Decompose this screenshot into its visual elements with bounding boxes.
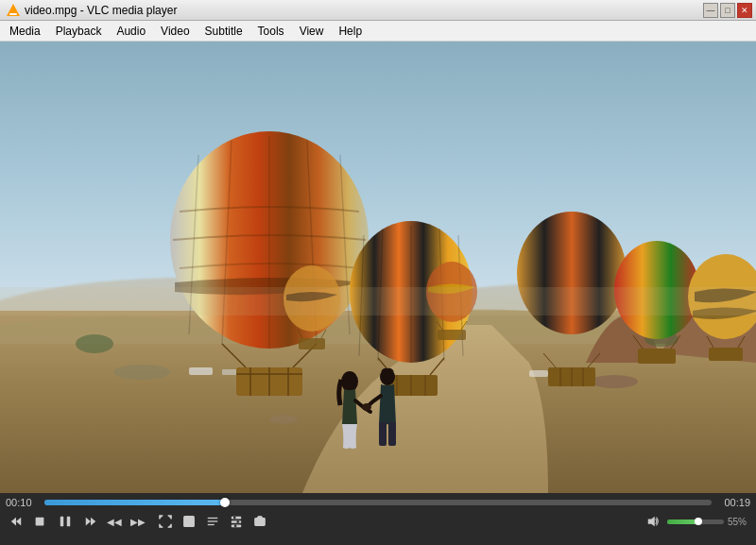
svg-line-20 [340,155,350,334]
close-button[interactable]: ✕ [737,3,752,18]
svg-point-9 [269,415,298,424]
app-icon [6,3,21,18]
svg-rect-65 [379,422,387,446]
buttons-row: ◀◀ ▶▶ [6,512,750,531]
svg-point-8 [591,375,638,388]
next-button[interactable] [80,512,101,531]
volume-track[interactable] [667,519,724,524]
svg-line-29 [359,235,364,356]
svg-rect-73 [67,517,71,527]
svg-point-85 [236,520,239,523]
play-pause-button[interactable] [53,512,77,531]
svg-point-15 [170,131,369,349]
svg-rect-72 [60,517,64,527]
svg-point-40 [517,212,627,334]
svg-line-33 [458,235,463,356]
menu-audio[interactable]: Audio [109,21,153,41]
title-bar: video.mpg - VLC media player — □ ✕ [0,0,756,21]
svg-rect-1 [9,13,17,15]
svg-rect-68 [0,287,756,315]
stop-button[interactable] [29,512,50,531]
svg-line-30 [378,229,383,361]
menu-subtitle[interactable]: Subtitle [198,21,250,41]
progress-track[interactable] [44,500,712,505]
svg-rect-23 [236,367,302,396]
svg-line-35 [430,358,444,375]
menu-view[interactable]: View [292,21,332,41]
svg-marker-89 [648,517,655,527]
svg-rect-81 [232,517,242,519]
svg-point-64 [380,368,395,385]
time-elapsed: 00:10 [6,497,39,508]
menu-help[interactable]: Help [331,21,369,41]
svg-line-52 [707,336,713,348]
progress-handle[interactable] [220,498,230,507]
svg-point-3 [0,278,425,391]
svg-rect-82 [232,520,242,523]
svg-point-59 [426,262,477,322]
svg-line-60 [437,321,442,330]
svg-line-61 [461,321,467,330]
svg-point-4 [378,282,756,377]
menu-tools[interactable]: Tools [250,21,292,41]
svg-point-47 [614,241,699,339]
fullscreen-button[interactable] [155,512,176,531]
svg-point-86 [234,525,237,528]
controls-bar: 00:10 00:19 ◀◀ ▶▶ [0,493,756,545]
video-display[interactable] [0,42,756,493]
progress-fill [44,500,225,505]
slower-button[interactable]: ◀◀ [104,512,125,531]
svg-marker-75 [91,518,95,526]
prev-button[interactable] [6,512,26,531]
volume-label: 55% [728,517,750,527]
playlist-button[interactable] [202,512,223,531]
svg-line-21 [222,344,246,367]
svg-marker-70 [16,518,21,526]
svg-point-63 [341,371,358,392]
svg-rect-58 [299,338,325,349]
svg-rect-12 [189,367,213,375]
menu-bar: Media Playback Audio Video Subtitle Tool… [0,21,756,42]
svg-point-11 [644,332,679,347]
svg-point-10 [76,334,113,353]
svg-point-5 [567,278,756,410]
fullscreen-button-2[interactable] [179,512,199,531]
volume-handle[interactable] [695,518,702,525]
volume-button[interactable] [643,512,663,531]
svg-point-84 [233,517,236,519]
svg-line-32 [439,229,444,361]
video-canvas [0,42,756,493]
svg-line-41 [543,353,556,367]
faster-button[interactable]: ▶▶ [128,512,148,531]
svg-line-42 [588,353,600,367]
maximize-button[interactable]: □ [720,3,735,18]
svg-rect-13 [222,369,239,375]
menu-video[interactable]: Video [153,21,197,41]
snapshot-button[interactable] [249,512,270,531]
window-title: video.mpg - VLC media player [25,4,750,17]
menu-media[interactable]: Media [2,21,48,41]
svg-rect-71 [36,518,44,526]
progress-bar-area: 00:10 00:19 [6,497,750,508]
svg-line-49 [671,335,680,349]
volume-area: 55% [643,512,750,531]
extended-settings-button[interactable] [226,512,247,531]
svg-rect-36 [385,375,438,396]
svg-rect-2 [0,42,756,493]
window-controls: — □ ✕ [703,3,752,18]
svg-rect-62 [438,330,466,340]
svg-rect-50 [638,349,676,364]
svg-line-17 [222,141,232,344]
svg-line-19 [307,141,317,344]
svg-point-88 [258,519,262,523]
svg-point-55 [284,265,340,332]
menu-playback[interactable]: Playback [48,21,110,41]
svg-rect-77 [186,519,191,523]
svg-rect-6 [0,311,756,493]
svg-line-48 [633,335,643,349]
svg-rect-54 [709,348,743,361]
minimize-button[interactable]: — [703,3,718,18]
svg-line-16 [189,155,198,334]
time-remaining: 00:19 [717,497,750,508]
svg-line-34 [378,358,392,375]
